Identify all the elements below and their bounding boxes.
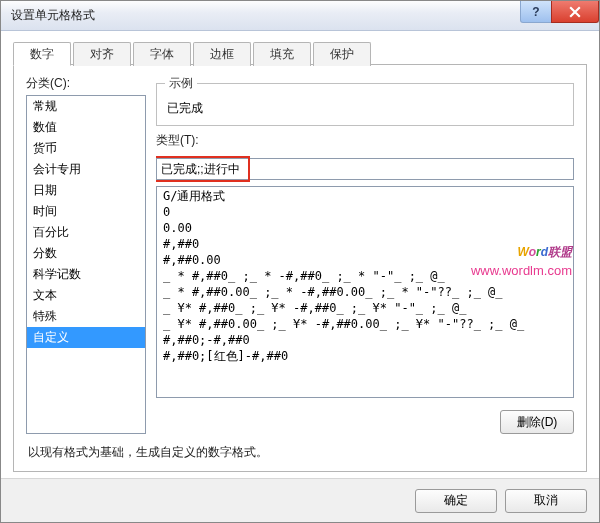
format-item[interactable]: _ * #,##0_ ;_ * -#,##0_ ;_ * "-"_ ;_ @_ (157, 268, 573, 284)
format-item[interactable]: #,##0 (157, 236, 573, 252)
dialog-footer: 确定 取消 (1, 478, 599, 522)
tab-2[interactable]: 字体 (133, 42, 191, 66)
type-input[interactable] (156, 158, 574, 180)
category-item[interactable]: 会计专用 (27, 159, 145, 180)
close-button[interactable] (551, 1, 599, 23)
help-button[interactable]: ? (520, 1, 552, 23)
category-item[interactable]: 自定义 (27, 327, 145, 348)
close-icon (569, 6, 581, 18)
category-item[interactable]: 特殊 (27, 306, 145, 327)
window-title: 设置单元格格式 (11, 7, 95, 24)
format-listbox[interactable]: G/通用格式00.00#,##0#,##0.00_ * #,##0_ ;_ * … (156, 186, 574, 398)
sample-value: 已完成 (165, 96, 565, 119)
category-item[interactable]: 文本 (27, 285, 145, 306)
format-item[interactable]: #,##0.00 (157, 252, 573, 268)
format-item[interactable]: _ * #,##0.00_ ;_ * -#,##0.00_ ;_ * "-"??… (157, 284, 573, 300)
category-item[interactable]: 货币 (27, 138, 145, 159)
tab-4[interactable]: 填充 (253, 42, 311, 66)
format-item[interactable]: #,##0;-#,##0 (157, 332, 573, 348)
tabstrip: 数字对齐字体边框填充保护 (13, 41, 587, 65)
titlebar[interactable]: 设置单元格格式 ? (1, 1, 599, 31)
help-icon: ? (532, 5, 539, 19)
format-item[interactable]: 0 (157, 204, 573, 220)
format-item[interactable]: G/通用格式 (157, 188, 573, 204)
category-item[interactable]: 时间 (27, 201, 145, 222)
dialog-window: 设置单元格格式 ? 数字对齐字体边框填充保护 分类(C): 常规数值货币会计专用… (0, 0, 600, 523)
category-listbox[interactable]: 常规数值货币会计专用日期时间百分比分数科学记数文本特殊自定义 (26, 95, 146, 434)
dialog-body: 数字对齐字体边框填充保护 分类(C): 常规数值货币会计专用日期时间百分比分数科… (1, 31, 599, 478)
type-label: 类型(T): (156, 132, 574, 149)
sample-legend: 示例 (165, 75, 197, 92)
category-item[interactable]: 常规 (27, 96, 145, 117)
format-item[interactable]: 0.00 (157, 220, 573, 236)
tab-number-panel: 分类(C): 常规数值货币会计专用日期时间百分比分数科学记数文本特殊自定义 示例… (13, 65, 587, 472)
category-item[interactable]: 百分比 (27, 222, 145, 243)
category-item[interactable]: 日期 (27, 180, 145, 201)
format-item[interactable]: #,##0;[红色]-#,##0 (157, 348, 573, 364)
delete-button[interactable]: 删除(D) (500, 410, 574, 434)
ok-button[interactable]: 确定 (415, 489, 497, 513)
format-item[interactable]: _ ¥* #,##0.00_ ;_ ¥* -#,##0.00_ ;_ ¥* "-… (157, 316, 573, 332)
tab-5[interactable]: 保护 (313, 42, 371, 66)
window-buttons: ? (521, 1, 599, 23)
tab-3[interactable]: 边框 (193, 42, 251, 66)
category-item[interactable]: 科学记数 (27, 264, 145, 285)
category-item[interactable]: 分数 (27, 243, 145, 264)
format-item[interactable]: _ ¥* #,##0_ ;_ ¥* -#,##0_ ;_ ¥* "-"_ ;_ … (157, 300, 573, 316)
tab-0[interactable]: 数字 (13, 42, 71, 66)
category-label: 分类(C): (26, 75, 146, 92)
sample-group: 示例 已完成 (156, 75, 574, 126)
category-item[interactable]: 数值 (27, 117, 145, 138)
tab-1[interactable]: 对齐 (73, 42, 131, 66)
hint-text: 以现有格式为基础，生成自定义的数字格式。 (26, 434, 574, 461)
cancel-button[interactable]: 取消 (505, 489, 587, 513)
